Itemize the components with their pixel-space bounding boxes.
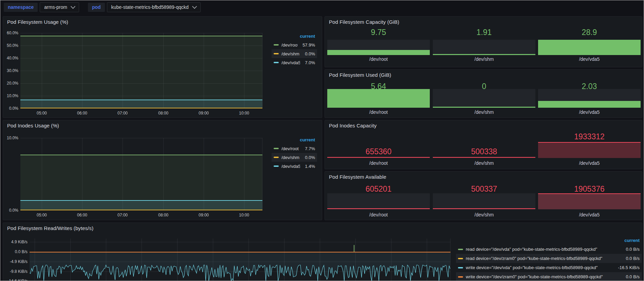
gauge-label: /dev/root	[327, 109, 430, 115]
variable-label-pod: pod	[88, 3, 105, 12]
y-axis-tick-label: 0.0%	[3, 106, 18, 111]
gauge-label: /dev/vda5	[538, 56, 641, 62]
bar-gauge[interactable]: 5.64/dev/root	[327, 70, 430, 118]
series-color-swatch	[274, 44, 279, 46]
time-series-plot[interactable]	[30, 239, 450, 281]
gridline	[82, 138, 82, 210]
gridline	[30, 271, 450, 272]
legend-series-value: -16.5 KiB/s	[618, 265, 640, 270]
bar-gauge-fill	[538, 193, 641, 209]
legend-series-value: 7.7%	[305, 146, 315, 151]
panel-pod-filesystem-read-writes: Pod Filesystem Read/Writes (bytes/s) 4.9…	[3, 223, 642, 281]
gridline	[204, 33, 204, 108]
legend-series-name: /dev/root	[281, 42, 298, 48]
chart-legend: currentread device="/dev/vda" pod="kube-…	[456, 236, 642, 281]
gridline	[391, 239, 391, 281]
gridline	[20, 58, 262, 58]
bar-gauge[interactable]: 655360/dev/root	[327, 120, 430, 170]
gridline	[163, 138, 164, 210]
y-axis-tick-label: -9.8 KiB/s	[5, 269, 27, 274]
legend-series-value: 57.9%	[302, 42, 315, 48]
bar-gauge[interactable]: 9.75/dev/root	[327, 17, 430, 68]
time-series-plot[interactable]	[20, 33, 262, 108]
legend-series-value: 0.0%	[305, 51, 315, 56]
grafana-dashboard: namespace arms-prom pod kube-state-metri…	[0, 0, 644, 281]
gridline	[20, 33, 262, 33]
gridline	[177, 239, 178, 281]
gridline	[20, 83, 262, 84]
gridline	[262, 33, 262, 108]
gridline	[30, 252, 450, 252]
series-color-swatch	[274, 157, 279, 158]
bar-gauge[interactable]: 605201/dev/root	[327, 172, 430, 221]
series-area-fill	[20, 155, 262, 210]
y-axis-tick-label: 60.0%	[3, 31, 18, 35]
gridline	[82, 33, 82, 108]
gridline	[20, 71, 262, 71]
time-series-plot[interactable]	[20, 138, 262, 210]
legend-item[interactable]: /dev/shm0.0%	[272, 49, 317, 58]
gauge-value: 28.9	[538, 28, 641, 37]
gauge-label: /dev/shm	[433, 56, 535, 62]
series-line	[30, 252, 450, 252]
gridline	[355, 239, 356, 281]
bar-gauge-fill	[538, 101, 641, 108]
panel-title[interactable]: Pod Filesystem Usage (%)	[7, 19, 68, 25]
gauge-value: 1905376	[538, 185, 641, 194]
bar-gauge[interactable]: 500338/dev/shm	[433, 120, 535, 170]
series-line	[30, 252, 450, 252]
namespace-dropdown[interactable]: arms-prom	[40, 2, 79, 12]
bar-gauge[interactable]: 0/dev/shm	[433, 70, 535, 118]
panel-pod-filesystem-used: Pod Filesystem Used (GiB) 5.64/dev/root0…	[325, 69, 642, 118]
bar-gauge[interactable]: 1905376/dev/vda5	[538, 172, 641, 221]
legend-item[interactable]: read device="/dev/zram0" pod="kube-state…	[456, 254, 642, 263]
bar-gauge-edge	[327, 208, 430, 209]
legend-item[interactable]: write device="/dev/vda" pod="kube-state-…	[456, 263, 642, 272]
pod-dropdown[interactable]: kube-state-metrics-bfbd58989-qqckd	[107, 2, 201, 12]
panel-title[interactable]: Pod Inodes Usage (%)	[7, 123, 59, 128]
legend-item[interactable]: /dev/vda51.4%	[272, 162, 317, 171]
bar-gauge-edge	[538, 142, 641, 143]
panel-pod-inodes-capacity: Pod Inodes Capacity 655360/dev/root50033…	[325, 120, 642, 169]
panel-title[interactable]: Pod Filesystem Read/Writes (bytes/s)	[7, 225, 93, 231]
write-vda-series	[30, 239, 450, 281]
legend-header-current[interactable]: current	[272, 32, 317, 40]
gridline	[204, 138, 204, 210]
gridline	[249, 239, 249, 281]
bar-gauge-track	[433, 193, 535, 209]
chevron-down-icon	[192, 4, 197, 9]
gridline	[142, 239, 142, 281]
y-axis-tick-label: 40.0%	[3, 56, 18, 60]
bar-gauge[interactable]: 1933312/dev/vda5	[538, 120, 641, 170]
legend-header-current[interactable]: current	[272, 136, 317, 144]
legend-item[interactable]: write device="/dev/zram0" pod="kube-stat…	[456, 272, 642, 281]
legend-item[interactable]: /dev/root7.7%	[272, 144, 317, 153]
legend-series-name: /dev/shm	[281, 155, 300, 160]
bar-gauge[interactable]: 28.9/dev/vda5	[538, 17, 641, 68]
legend-series-name: read device="/dev/zram0" pod="kube-state…	[466, 256, 621, 261]
chevron-down-icon	[71, 4, 75, 9]
legend-item[interactable]: /dev/shm0.0%	[272, 153, 317, 162]
series-color-swatch	[458, 267, 463, 268]
legend-header-current[interactable]: current	[456, 236, 642, 245]
bar-gauge[interactable]: 1.91/dev/shm	[433, 17, 535, 68]
gridline	[244, 33, 244, 108]
legend-item[interactable]: /dev/vda57.0%	[272, 58, 317, 67]
legend-item[interactable]: read device="/dev/vda" pod="kube-state-m…	[456, 245, 642, 254]
panel-pod-filesystem-available: Pod Filesystem Available 605201/dev/root…	[325, 171, 642, 220]
panel-pod-filesystem-usage: Pod Filesystem Usage (%) 60.0%50.0%40.0%…	[3, 16, 322, 118]
gridline	[42, 138, 42, 210]
legend-item[interactable]: /dev/root57.9%	[272, 40, 317, 49]
bar-gauge-track	[327, 193, 430, 209]
y-axis-tick-label: 30.0%	[3, 68, 18, 73]
bar-gauge-fill	[327, 89, 430, 108]
y-axis-tick-label: -14.6 KiB/s	[5, 279, 27, 281]
bar-gauge[interactable]: 2.03/dev/vda5	[538, 70, 641, 118]
bar-gauge-edge	[538, 193, 641, 194]
legend-series-value: 0.0%	[305, 155, 315, 160]
legend-series-name: write device="/dev/zram0" pod="kube-stat…	[466, 274, 621, 279]
bar-gauge[interactable]: 500337/dev/shm	[433, 172, 535, 221]
variable-label-namespace: namespace	[4, 3, 38, 12]
x-axis-tick-label: 10:00	[239, 111, 249, 116]
gridline	[42, 33, 42, 108]
